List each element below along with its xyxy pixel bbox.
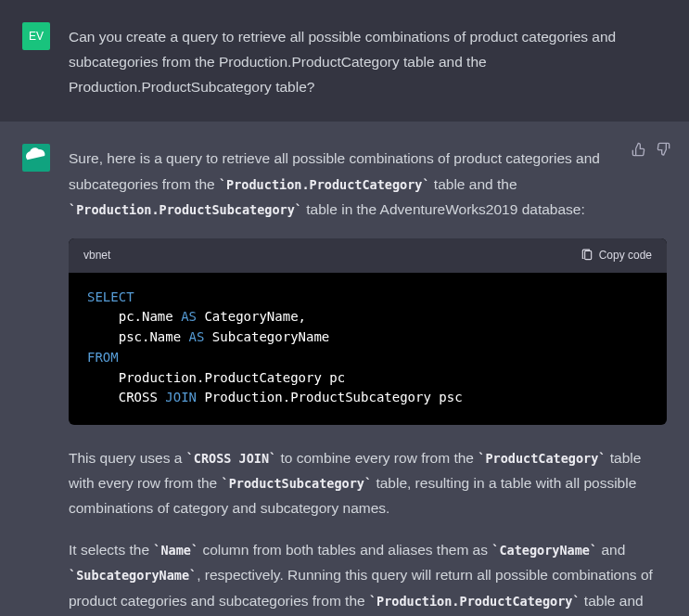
inline-code: `Production.ProductCategory` bbox=[219, 177, 430, 192]
copy-label: Copy code bbox=[599, 246, 652, 265]
inline-code: `ProductSubcategory` bbox=[222, 476, 373, 491]
svg-rect-0 bbox=[584, 251, 591, 260]
assistant-content: Sure, here is a query to retrieve all po… bbox=[69, 144, 667, 616]
code-language: vbnet bbox=[83, 246, 110, 265]
inline-code: `CROSS JOIN` bbox=[186, 451, 277, 466]
assistant-intro: Sure, here is a query to retrieve all po… bbox=[69, 146, 667, 221]
text: table in the AdventureWorks2019 database… bbox=[302, 201, 585, 217]
inline-code: `SubcategoryName` bbox=[69, 568, 197, 583]
inline-code: `CategoryName` bbox=[491, 543, 597, 558]
user-message: EV Can you create a query to retrieve al… bbox=[0, 0, 689, 122]
copy-code-button[interactable]: Copy code bbox=[581, 246, 652, 265]
thumbs-down-icon[interactable] bbox=[656, 142, 670, 157]
text: This query uses a bbox=[69, 450, 186, 466]
clipboard-icon bbox=[581, 249, 593, 262]
inline-code: `Name` bbox=[153, 543, 198, 558]
assistant-explain-2: It selects the `Name` column from both t… bbox=[69, 537, 667, 616]
text: and bbox=[597, 542, 625, 558]
assistant-explain-1: This query uses a `CROSS JOIN` to combin… bbox=[69, 445, 667, 520]
user-avatar: EV bbox=[22, 22, 50, 50]
thumbs-up-icon[interactable] bbox=[632, 142, 646, 157]
inline-code: `Production.ProductSubcategory` bbox=[69, 202, 302, 217]
code-header: vbnet Copy code bbox=[69, 238, 667, 273]
text: table and the bbox=[430, 176, 517, 192]
feedback-buttons bbox=[632, 142, 670, 157]
text: It selects the bbox=[69, 542, 153, 558]
assistant-message: Sure, here is a query to retrieve all po… bbox=[0, 122, 689, 616]
code-block: vbnet Copy code SELECT pc.Name AS Catego… bbox=[69, 238, 667, 425]
assistant-avatar bbox=[22, 144, 50, 172]
user-content: Can you create a query to retrieve all p… bbox=[69, 22, 667, 99]
text: column from both tables and aliases them… bbox=[198, 542, 491, 558]
inline-code: `Production.ProductCategory` bbox=[369, 594, 581, 609]
openai-logo-icon bbox=[26, 148, 46, 168]
code-body: SELECT pc.Name AS CategoryName, psc.Name… bbox=[69, 273, 667, 425]
text: to combine every row from the bbox=[276, 450, 478, 466]
user-question: Can you create a query to retrieve all p… bbox=[69, 24, 667, 99]
inline-code: `ProductCategory` bbox=[478, 451, 606, 466]
